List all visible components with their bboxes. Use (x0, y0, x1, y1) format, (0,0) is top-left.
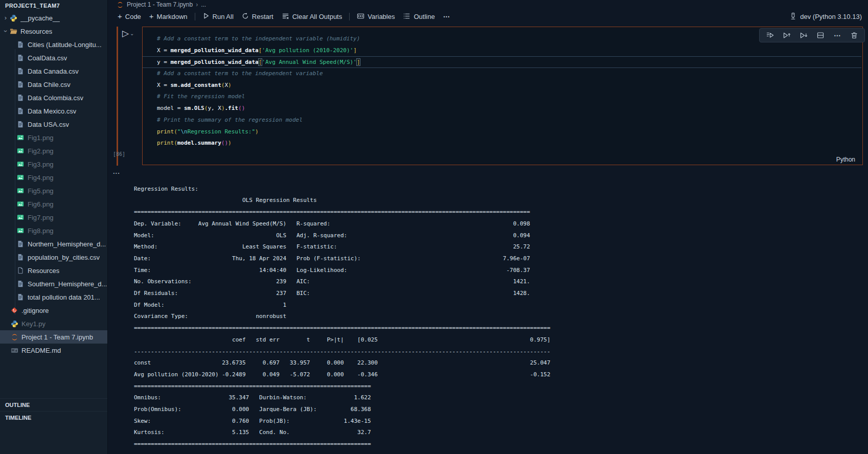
restart-button[interactable]: Restart (238, 11, 278, 22)
tree-item[interactable]: Fig8.png (0, 224, 107, 237)
tree-item[interactable]: README.md (0, 344, 107, 357)
tree-item[interactable]: F​ig3.png (0, 157, 107, 171)
run-cell-button[interactable]: ▷ ⌄ (122, 29, 134, 39)
breadcrumb-separator: › (196, 1, 198, 8)
execute-above-icon[interactable] (783, 31, 791, 39)
more-actions-icon[interactable]: ⋯ (833, 31, 841, 39)
code-editor[interactable]: # Add a constant term to the independent… (157, 33, 861, 149)
execute-below-icon[interactable] (800, 31, 808, 39)
code-line: # Add a constant term to the independent… (157, 33, 861, 45)
tree-item[interactable]: Data Colombia.csv (0, 91, 107, 104)
output-collapse-toggle[interactable]: ... (113, 168, 120, 175)
tree-item-label: Southern_Hemisphere_d... (28, 280, 107, 288)
code-line-current: y = merged_pollution_wind_data['Avg Annu… (143, 56, 861, 68)
kernel-label: dev (Python 3.10.13) (800, 13, 862, 20)
code-line: print("\nRegression Results:") (157, 126, 861, 138)
split-cell-icon[interactable] (816, 31, 825, 39)
timeline-section-header[interactable]: TIMELINE (0, 411, 107, 424)
explorer-project-title[interactable]: PROJECT1_TEAM7 (0, 0, 107, 11)
tree-item-label: Fig5.png (28, 187, 54, 195)
tree-item[interactable]: Fig1.png (0, 131, 107, 144)
kernel-picker[interactable]: dev (Python 3.10.13) (789, 12, 862, 21)
clear-icon (282, 12, 289, 21)
csv-icon (16, 54, 25, 62)
tree-item[interactable]: Fig6.png (0, 197, 107, 211)
jupyter-file-icon (117, 1, 124, 8)
tree-item-label: Cities (Latitude-Longitu... (28, 41, 102, 49)
explorer-sidebar: PROJECT1_TEAM7 ›__pycache__›ResourcesCit… (0, 0, 108, 454)
output-text: Regression Results: OLS Regression Resul… (134, 172, 551, 450)
breadcrumb-filename[interactable]: Project 1 - Team 7.ipynb (127, 1, 193, 8)
variables-icon (357, 12, 364, 21)
tree-item[interactable]: Cities (Latitude-Longitu... (0, 38, 107, 51)
kernel-icon (789, 12, 797, 21)
tree-item-label: Fig6.png (28, 200, 54, 208)
chevron-down-icon[interactable]: › (2, 28, 9, 35)
tree-item-label: Data Mexico.csv (28, 107, 76, 115)
clear-all-outputs-button[interactable]: Clear All Outputs (278, 11, 347, 23)
csv-icon (16, 80, 25, 88)
delete-cell-icon[interactable] (850, 31, 858, 39)
jupyter-icon (10, 333, 18, 341)
toolbar-button-label: Outline (414, 13, 435, 20)
tree-item-label: Data Chile.csv (28, 81, 71, 88)
code-line: X = merged_pollution_wind_data['Avg poll… (157, 45, 861, 57)
outline-button[interactable]: Outline (399, 11, 439, 23)
cell-toolbar: ⋯ (759, 28, 865, 42)
tree-item-label: F​ig3.png (28, 161, 54, 168)
run-all-button[interactable]: Run All (198, 11, 238, 22)
run-cell-icon: ▷ (122, 29, 129, 39)
tree-item[interactable]: Data Mexico.csv (0, 104, 107, 118)
tree-item[interactable]: total pollution data 201... (0, 290, 107, 304)
more-button[interactable]: ⋯ (439, 11, 454, 22)
tree-item[interactable]: ›__pycache__ (0, 11, 107, 25)
tree-item-label: total pollution data 201... (28, 293, 100, 301)
play-icon (202, 12, 210, 21)
tree-item[interactable]: Fig7.png (0, 211, 107, 224)
sidebar-sections: OUTLINE TIMELINE (0, 398, 107, 424)
tree-item[interactable]: CoalData.csv (0, 51, 107, 64)
ellipsis-icon: ⋯ (443, 13, 450, 20)
tree-item[interactable]: Northern_Hemisphere_d... (0, 237, 107, 251)
code-button[interactable]: +Code (113, 11, 145, 22)
code-line: # Print the summary of the regression mo… (157, 115, 861, 126)
tree-item[interactable]: population_by_cities.csv (0, 251, 107, 264)
tree-item[interactable]: Resources (0, 264, 107, 277)
image-icon (16, 133, 25, 142)
breadcrumb-more[interactable]: ... (201, 1, 206, 8)
image-icon (16, 173, 25, 181)
tree-item[interactable]: Data Canada.csv (0, 64, 107, 78)
variables-button[interactable]: Variables (353, 11, 399, 23)
tree-item[interactable]: Fig2.png (0, 144, 107, 157)
tree-item-label: Project 1 - Team 7.ipynb (21, 333, 93, 341)
csv-icon (16, 293, 25, 301)
markdown-button[interactable]: +Markdown (145, 11, 192, 22)
tree-item[interactable]: Fig5.png (0, 184, 107, 197)
toolbar-button-label: Markdown (157, 13, 188, 20)
breadcrumb[interactable]: Project 1 - Team 7.ipynb › ... (108, 0, 868, 9)
execute-cell-and-below-icon[interactable] (766, 31, 774, 39)
chevron-right-icon[interactable]: › (2, 14, 9, 21)
tree-item[interactable]: Southern_Hemisphere_d... (0, 277, 107, 290)
code-line: # Add a constant term to the independent… (157, 68, 861, 80)
csv-icon (16, 107, 25, 115)
tree-item-label: Fig1.png (28, 134, 54, 142)
csv-icon (16, 253, 25, 261)
tree-item-label: __pycache__ (20, 14, 60, 22)
tree-item[interactable]: Data USA.csv (0, 118, 107, 131)
tree-item-label: Fig4.png (28, 174, 54, 181)
tree-item[interactable]: Data Chile.csv (0, 78, 107, 91)
markdown-icon (10, 346, 18, 354)
tree-item-label: Data Colombia.csv (28, 94, 83, 102)
csv-icon (16, 40, 25, 49)
tree-item-label: population_by_cities.csv (28, 254, 100, 261)
tree-item[interactable]: .gitignore (0, 304, 107, 317)
tree-item[interactable]: ›Resources (0, 25, 107, 38)
cell-language-label[interactable]: Python (836, 156, 855, 163)
tree-item[interactable]: Project 1 - Team 7.ipynb (0, 330, 107, 344)
outline-section-header[interactable]: OUTLINE (0, 398, 107, 411)
outline-icon (403, 12, 410, 21)
tree-item[interactable]: Fig4.png (0, 171, 107, 184)
tree-item[interactable]: Key1.py (0, 317, 107, 330)
cell-focus-bar (117, 27, 118, 166)
